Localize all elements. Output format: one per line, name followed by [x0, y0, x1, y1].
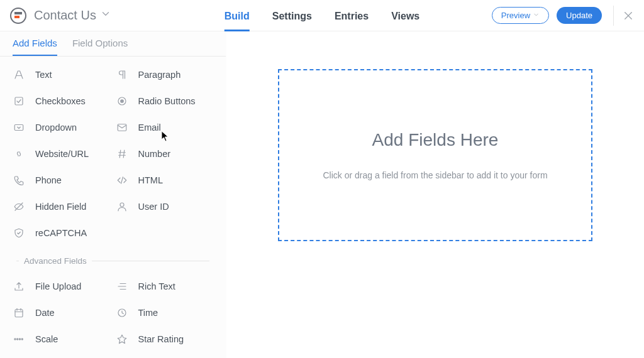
sidebar-tab-field-options[interactable]: Field Options: [72, 38, 128, 56]
main-tabs: Build Settings Entries Views: [225, 0, 419, 31]
field-type-star-rating[interactable]: Star Rating: [113, 326, 216, 352]
field-label: HTML: [138, 175, 163, 185]
sidebar: Add Fields Field Options TextParagraphCh…: [0, 31, 226, 358]
svg-point-25: [21, 339, 23, 340]
field-label: Radio Buttons: [138, 96, 196, 106]
app-logo: [10, 8, 26, 24]
field-type-checkboxes[interactable]: Checkboxes: [10, 88, 113, 114]
field-type-email[interactable]: Email: [113, 114, 216, 141]
dropzone-heading: Add Fields Here: [372, 130, 499, 150]
preview-button[interactable]: Preview: [492, 7, 549, 24]
field-label: Email: [138, 122, 161, 133]
field-type-html[interactable]: HTML: [113, 167, 216, 193]
svg-point-4: [120, 100, 123, 103]
caret-down-icon: [533, 11, 540, 20]
svg-point-22: [14, 339, 16, 340]
text-icon: [13, 68, 25, 81]
field-label: Checkboxes: [35, 96, 86, 106]
svg-line-9: [119, 150, 121, 158]
form-title-dropdown[interactable]: Contact Us: [34, 8, 111, 23]
field-label: Text: [35, 70, 52, 80]
field-type-number[interactable]: Number: [113, 141, 216, 167]
paragraph-icon: [116, 68, 128, 81]
link-icon: [13, 148, 25, 160]
field-type-recaptcha[interactable]: reCAPTCHA: [10, 220, 113, 246]
field-label: reCAPTCHA: [35, 228, 87, 238]
field-label: Phone: [35, 175, 62, 185]
svg-rect-17: [15, 310, 23, 317]
field-type-rich-text[interactable]: Rich Text: [113, 273, 216, 300]
clock-icon: [116, 306, 128, 319]
tab-entries[interactable]: Entries: [335, 11, 369, 31]
svg-marker-26: [118, 335, 126, 344]
svg-line-10: [123, 150, 125, 158]
field-label: Website/URL: [35, 149, 89, 159]
user-icon: [116, 200, 128, 213]
field-label: Star Rating: [138, 334, 184, 344]
field-type-radio-buttons[interactable]: Radio Buttons: [113, 88, 216, 114]
dropzone-subtext: Click or drag a field from the sidebar t…: [323, 170, 547, 180]
sidebar-tab-add-fields[interactable]: Add Fields: [13, 38, 57, 56]
form-title: Contact Us: [34, 8, 96, 23]
field-label: Paragraph: [138, 70, 181, 80]
tab-views[interactable]: Views: [391, 11, 419, 31]
dropdown-icon: [13, 121, 25, 134]
tab-build[interactable]: Build: [225, 11, 250, 31]
dropzone[interactable]: Add Fields Here Click or drag a field fr…: [278, 69, 592, 241]
field-label: Rich Text: [138, 281, 175, 291]
shield-icon: [13, 227, 25, 239]
svg-point-13: [120, 203, 124, 207]
field-label: Time: [138, 308, 158, 318]
field-type-scale[interactable]: Scale: [10, 326, 113, 352]
field-type-user-id[interactable]: User ID: [113, 193, 216, 220]
field-type-file-upload[interactable]: File Upload: [10, 273, 113, 300]
field-label: Number: [138, 149, 171, 159]
svg-point-24: [19, 339, 20, 340]
field-label: Date: [35, 308, 55, 318]
svg-rect-6: [118, 124, 126, 131]
field-label: Dropdown: [35, 122, 77, 133]
hidden-icon: [13, 200, 25, 213]
email-icon: [116, 121, 128, 134]
field-type-date[interactable]: Date: [10, 300, 113, 326]
field-type-phone[interactable]: Phone: [10, 167, 113, 193]
checkbox-icon: [13, 95, 25, 107]
scale-icon: [13, 333, 25, 345]
field-label: File Upload: [35, 281, 81, 291]
richtext-icon: [116, 280, 128, 293]
tab-settings[interactable]: Settings: [272, 11, 312, 31]
close-button[interactable]: [613, 6, 634, 26]
svg-point-23: [17, 339, 18, 340]
code-icon: [116, 174, 128, 187]
svg-rect-2: [15, 97, 23, 105]
field-type-paragraph[interactable]: Paragraph: [113, 62, 216, 88]
field-type-dropdown[interactable]: Dropdown: [10, 114, 113, 141]
field-label: User ID: [138, 202, 169, 212]
field-label: Hidden Field: [35, 202, 86, 212]
update-button[interactable]: Update: [557, 7, 602, 24]
field-type-text[interactable]: Text: [10, 62, 113, 88]
upload-icon: [13, 280, 25, 293]
section-header-advanced: Advanced Fields: [0, 246, 226, 268]
radio-icon: [116, 95, 128, 107]
field-type-website-url[interactable]: Website/URL: [10, 141, 113, 167]
field-type-time[interactable]: Time: [113, 300, 216, 326]
form-canvas: Add Fields Here Click or drag a field fr…: [226, 31, 644, 358]
caret-down-icon: [100, 8, 111, 23]
field-label: Scale: [35, 334, 58, 344]
field-type-hidden-field[interactable]: Hidden Field: [10, 193, 113, 220]
calendar-icon: [13, 306, 25, 319]
phone-icon: [13, 174, 25, 187]
hash-icon: [116, 148, 128, 160]
star-icon: [116, 333, 128, 345]
svg-line-11: [121, 177, 123, 184]
svg-rect-5: [14, 125, 23, 131]
